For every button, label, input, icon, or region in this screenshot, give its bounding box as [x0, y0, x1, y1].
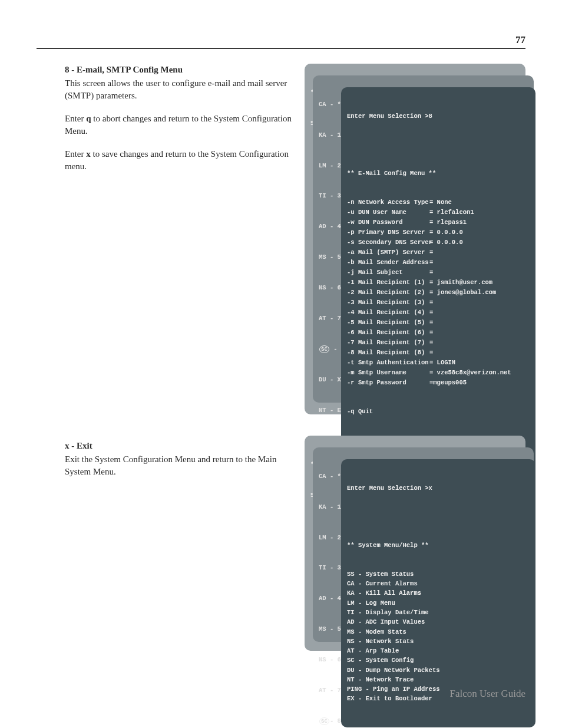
- terminal-menu-line: TI - Display Date/Time: [347, 608, 530, 617]
- left-column-section2: x - Exit Exit the System Configuration M…: [65, 440, 297, 489]
- config-key: -7 Mail Recipient (7): [347, 338, 429, 347]
- terminal-config-line: -3 Mail Recipient (3)=: [347, 298, 530, 308]
- terminal-config-line: -j Mail Subject=: [347, 268, 530, 278]
- config-key: -u DUN User Name: [347, 207, 429, 217]
- page-number: 77: [515, 34, 525, 46]
- terminal-menu-line: AD - ADC Input Values: [347, 617, 530, 627]
- terminal-config-line: -r Smtp Password=mgeups005: [347, 378, 530, 388]
- config-key: -1 Mail Recipient (1): [347, 278, 429, 287]
- terminal-menu-line: SC - System Config: [347, 655, 530, 665]
- left-column-section1: 8 - E-mail, SMTP Config Menu This screen…: [65, 64, 297, 183]
- terminal-line: ** System Menu/Help **: [347, 541, 530, 550]
- key-x: x: [86, 149, 91, 159]
- config-value: =: [429, 309, 433, 316]
- text: to abort changes and return to the Syste…: [65, 114, 292, 136]
- terminal-menu-line: NS - Network Stats: [347, 637, 530, 646]
- terminal-config-line: -5 Mail Recipient (5)=: [347, 318, 530, 328]
- config-key: -a Mail (SMTP) Server: [347, 248, 429, 257]
- config-value: =: [429, 269, 433, 276]
- config-key: -8 Mail Recipient (8): [347, 348, 429, 357]
- footer-guide-name: Falcon User Guide: [450, 688, 525, 700]
- terminal-menu-line: LM - Log Menu: [347, 598, 530, 608]
- terminal-menu-line: SS - System Status: [347, 569, 530, 579]
- key-q: q: [86, 114, 91, 123]
- terminal-line: [347, 512, 530, 521]
- config-key: -t Smtp Authentication: [347, 358, 429, 367]
- terminal-screenshot-1: ** System Menu/Help ** SS - Enter Menu S…: [305, 64, 525, 414]
- config-key: -5 Mail Recipient (5): [347, 318, 429, 327]
- config-key: -3 Mail Recipient (3): [347, 298, 429, 307]
- config-value: = LOGIN: [429, 359, 455, 366]
- terminal-config-line: -w DUN Password= rlepass1: [347, 218, 530, 228]
- config-value: = vze58c8x@verizon.net: [429, 369, 511, 376]
- config-key: -2 Mail Recipient (2): [347, 288, 429, 297]
- config-value: = jones@global.com: [429, 289, 496, 296]
- terminal-config-line: -2 Mail Recipient (2)= jones@global.com: [347, 288, 530, 298]
- terminal-menu-line: MS - Modem Stats: [347, 627, 530, 637]
- terminal-config-line: -p Primary DNS Server= 0.0.0.0: [347, 228, 530, 238]
- config-value: =: [429, 349, 433, 356]
- terminal-config-line: -t Smtp Authentication= LOGIN: [347, 358, 530, 368]
- config-key: -s Secondary DNS Server: [347, 238, 429, 247]
- terminal-line: Enter Menu Selection >x: [347, 483, 530, 493]
- section2-para1: Exit the System Configuration Menu and r…: [65, 453, 297, 478]
- config-value: = rlefalcon1: [429, 209, 474, 216]
- config-key: -6 Mail Recipient (6): [347, 328, 429, 337]
- terminal-config-line: -1 Mail Recipient (1)= jsmith@user.com: [347, 278, 530, 288]
- config-value: = rlepass1: [429, 219, 467, 226]
- config-key: -r Smtp Password: [347, 378, 429, 387]
- circle-highlight: SC: [319, 717, 329, 725]
- config-key: -n Network Access Type: [347, 197, 429, 207]
- terminal-line: -q Quit: [347, 407, 530, 416]
- terminal-menu-line: NT - Network Trace: [347, 675, 530, 684]
- config-value: =mgeups005: [429, 379, 467, 386]
- terminal-line: ** E-Mail Config Menu **: [347, 169, 530, 178]
- terminal-line: [347, 140, 530, 149]
- header-rule: [37, 48, 525, 49]
- config-value: =: [429, 249, 433, 256]
- config-value: = 0.0.0.0: [429, 229, 463, 236]
- terminal-front-layer: Enter Menu Selection >x ** System Menu/H…: [341, 459, 535, 727]
- section1-para2: Enter q to abort changes and return to t…: [65, 113, 297, 137]
- terminal-menu-line: AT - Arp Table: [347, 646, 530, 655]
- terminal-menu-line: DU - Dump Network Packets: [347, 666, 530, 675]
- config-value: = None: [429, 199, 452, 206]
- config-key: -w DUN Password: [347, 218, 429, 227]
- terminal-config-line: -a Mail (SMTP) Server=: [347, 248, 530, 258]
- circle-highlight: SC: [319, 345, 329, 353]
- terminal-config-line: -s Secondary DNS Server= 0.0.0.0: [347, 238, 530, 248]
- terminal-config-line: -6 Mail Recipient (6)=: [347, 328, 530, 338]
- config-value: =: [429, 329, 433, 336]
- config-value: =: [429, 259, 433, 266]
- terminal-config-line: -4 Mail Recipient (4)=: [347, 308, 530, 318]
- terminal-config-line: -8 Mail Recipient (8)=: [347, 348, 530, 358]
- config-value: =: [429, 299, 433, 306]
- config-key: -4 Mail Recipient (4): [347, 308, 429, 317]
- text: to save changes and return to the System…: [65, 149, 289, 171]
- config-key: -b Mail Sender Address: [347, 258, 429, 267]
- terminal-config-line: -b Mail Sender Address=: [347, 258, 530, 268]
- section1-para1: This screen allows the user to configure…: [65, 77, 297, 102]
- text: Enter: [65, 114, 86, 123]
- terminal-config-line: -m Smtp Username= vze58c8x@verizon.net: [347, 368, 530, 378]
- text: Enter: [65, 149, 86, 159]
- config-key: -j Mail Subject: [347, 268, 429, 277]
- config-value: =: [429, 319, 433, 326]
- section2-title: x - Exit: [65, 440, 297, 452]
- config-value: = 0.0.0.0: [429, 239, 463, 246]
- config-value: =: [429, 339, 433, 346]
- terminal-config-line: -n Network Access Type= None: [347, 197, 530, 207]
- terminal-menu-line: CA - Current Alarms: [347, 579, 530, 588]
- terminal-menu-line: KA - Kill All Alarms: [347, 588, 530, 598]
- terminal-config-line: -7 Mail Recipient (7)=: [347, 338, 530, 348]
- terminal-line: Enter Menu Selection >8: [347, 111, 530, 121]
- terminal-config-line: -u DUN User Name= rlefalcon1: [347, 207, 530, 218]
- terminal-screenshot-2: ** System Menu/Help ** SS - Enter Menu S…: [305, 436, 525, 651]
- config-key: -p Primary DNS Server: [347, 228, 429, 237]
- config-key: -m Smtp Username: [347, 368, 429, 377]
- section1-title: 8 - E-mail, SMTP Config Menu: [65, 64, 297, 76]
- section1-para3: Enter x to save changes and return to th…: [65, 148, 297, 173]
- config-value: = jsmith@user.com: [429, 279, 492, 286]
